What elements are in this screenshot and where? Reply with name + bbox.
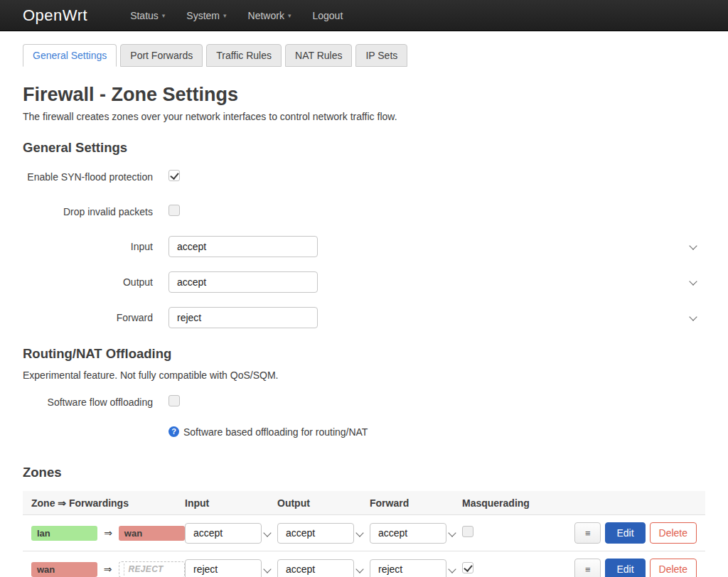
lan-input-select[interactable]: accept bbox=[185, 523, 262, 544]
lan-output-select-wrap: accept bbox=[277, 523, 370, 544]
wan-more-button[interactable]: ≡ bbox=[574, 559, 601, 577]
zones-table-header: Zone ⇒ Forwardings Input Output Forward … bbox=[23, 491, 705, 514]
lan-input-select-wrap: accept bbox=[185, 523, 277, 544]
wan-output-select-wrap: accept bbox=[277, 559, 370, 577]
col-input: Input bbox=[185, 497, 277, 509]
col-zone-forwardings: Zone ⇒ Forwardings bbox=[31, 497, 185, 509]
hamburger-icon: ≡ bbox=[585, 564, 591, 575]
output-policy-select-wrap: accept bbox=[168, 271, 705, 293]
menu-logout[interactable]: Logout bbox=[312, 10, 343, 21]
wan-input-select-wrap: reject bbox=[185, 559, 277, 577]
drop-invalid-row: Drop invalid packets bbox=[23, 201, 705, 222]
flow-offloading-help-text: Software based offloading for routing/NA… bbox=[183, 426, 368, 438]
openwrt-logo[interactable]: OpenWrt bbox=[23, 6, 87, 25]
syn-flood-checkbox[interactable] bbox=[168, 170, 180, 181]
lan-masquerading-checkbox[interactable] bbox=[462, 526, 473, 537]
wan-forward-select-wrap: reject bbox=[370, 559, 462, 577]
menu-system[interactable]: System ▾ bbox=[186, 10, 226, 21]
output-policy-row: Output accept bbox=[23, 271, 705, 293]
zone-row-lan: lan ⇒ wan accept accept accept ≡ Edit De… bbox=[23, 514, 705, 551]
forward-arrow-icon: ⇒ bbox=[104, 563, 112, 575]
tab-traffic-rules[interactable]: Traffic Rules bbox=[206, 44, 282, 67]
wan-input-select[interactable]: reject bbox=[185, 559, 262, 577]
chevron-down-icon: ▾ bbox=[162, 12, 166, 19]
help-icon[interactable]: ? bbox=[168, 426, 179, 437]
input-policy-row: Input accept bbox=[23, 236, 705, 257]
forward-policy-row: Forward reject bbox=[23, 307, 705, 328]
flow-offloading-checkbox[interactable] bbox=[168, 395, 180, 406]
wan-forward-select[interactable]: reject bbox=[370, 559, 446, 577]
zone-badge-lan: lan bbox=[31, 526, 97, 541]
lan-forward-select[interactable]: accept bbox=[370, 523, 446, 544]
tab-nat-rules[interactable]: NAT Rules bbox=[285, 44, 352, 67]
zone-badge-wan-target: wan bbox=[119, 526, 185, 541]
general-settings-heading: General Settings bbox=[23, 140, 705, 156]
flow-offloading-help: ? Software based offloading for routing/… bbox=[168, 426, 705, 438]
wan-edit-button[interactable]: Edit bbox=[605, 559, 645, 577]
drop-invalid-checkbox[interactable] bbox=[168, 205, 180, 216]
reject-target-box: REJECT bbox=[119, 561, 185, 577]
zone-row-wan: wan ⇒ REJECT reject accept reject ≡ Edit… bbox=[23, 551, 705, 577]
syn-flood-row: Enable SYN-flood protection bbox=[23, 166, 705, 187]
output-policy-label: Output bbox=[23, 276, 153, 288]
wan-delete-button[interactable]: Delete bbox=[650, 559, 697, 577]
flow-offloading-row: Software flow offloading bbox=[23, 392, 705, 412]
tab-ip-sets[interactable]: IP Sets bbox=[355, 44, 407, 67]
lan-forward-select-wrap: accept bbox=[370, 523, 462, 544]
input-policy-select-wrap: accept bbox=[168, 236, 705, 257]
wan-masquerading-checkbox[interactable] bbox=[462, 562, 473, 573]
main-menu: Status ▾ System ▾ Network ▾ Logout bbox=[109, 10, 343, 21]
lan-output-select[interactable]: accept bbox=[277, 523, 354, 544]
menu-network[interactable]: Network ▾ bbox=[248, 10, 291, 21]
offloading-description: Experimental feature. Not fully compatib… bbox=[23, 370, 705, 381]
forward-policy-select-wrap: reject bbox=[168, 307, 705, 328]
flow-offloading-label: Software flow offloading bbox=[23, 397, 153, 408]
menu-status[interactable]: Status ▾ bbox=[130, 10, 165, 21]
output-policy-select[interactable]: accept bbox=[168, 271, 318, 293]
zones-table: Zone ⇒ Forwardings Input Output Forward … bbox=[23, 491, 705, 577]
input-policy-label: Input bbox=[23, 241, 153, 252]
page-description: The firewall creates zones over your net… bbox=[23, 111, 705, 122]
offloading-heading: Routing/NAT Offloading bbox=[23, 346, 705, 362]
top-navbar: OpenWrt Status ▾ System ▾ Network ▾ Logo… bbox=[0, 0, 728, 31]
forward-policy-label: Forward bbox=[23, 312, 153, 323]
lan-edit-button[interactable]: Edit bbox=[605, 522, 645, 544]
col-forward: Forward bbox=[370, 497, 462, 509]
firewall-tabs: General Settings Port Forwards Traffic R… bbox=[23, 44, 728, 67]
forward-arrow-icon: ⇒ bbox=[104, 527, 112, 539]
flow-offloading-help-row: ? Software based offloading for routing/… bbox=[23, 426, 705, 447]
forward-policy-select[interactable]: reject bbox=[168, 307, 318, 328]
drop-invalid-label: Drop invalid packets bbox=[23, 206, 153, 217]
chevron-down-icon: ▾ bbox=[223, 12, 227, 19]
zones-heading: Zones bbox=[23, 465, 705, 480]
col-output: Output bbox=[277, 497, 370, 509]
lan-delete-button[interactable]: Delete bbox=[650, 522, 697, 544]
zone-badge-wan: wan bbox=[31, 562, 97, 577]
syn-flood-label: Enable SYN-flood protection bbox=[23, 171, 153, 183]
lan-more-button[interactable]: ≡ bbox=[574, 522, 601, 544]
tab-general-settings[interactable]: General Settings bbox=[23, 44, 117, 67]
wan-output-select[interactable]: accept bbox=[277, 559, 354, 577]
col-masquerading: Masquerading bbox=[462, 497, 555, 509]
tab-port-forwards[interactable]: Port Forwards bbox=[120, 44, 203, 67]
chevron-down-icon: ▾ bbox=[288, 12, 291, 19]
page-content: Firewall - Zone Settings The firewall cr… bbox=[0, 84, 728, 577]
hamburger-icon: ≡ bbox=[585, 528, 591, 539]
page-title: Firewall - Zone Settings bbox=[23, 84, 705, 106]
input-policy-select[interactable]: accept bbox=[168, 236, 318, 257]
